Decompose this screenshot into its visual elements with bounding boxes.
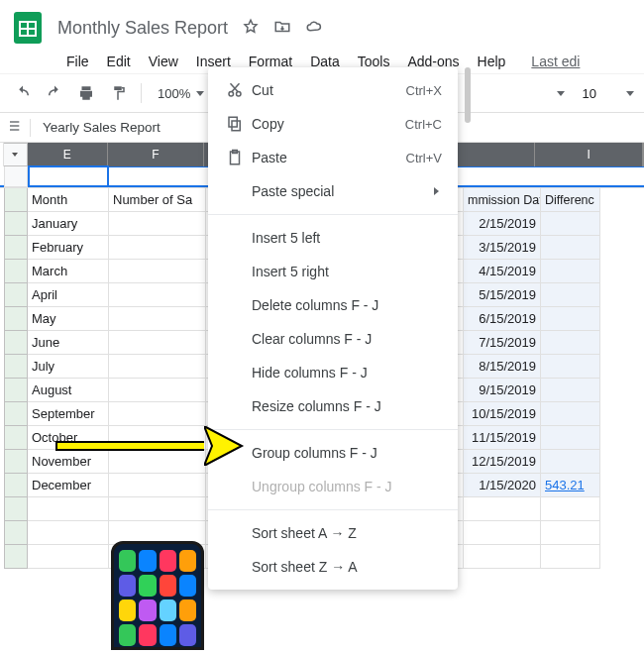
- menu-cut[interactable]: CutCtrl+X: [208, 73, 458, 107]
- cell-month[interactable]: July: [28, 355, 109, 379]
- cell-link[interactable]: [541, 260, 600, 283]
- row-header[interactable]: [4, 236, 28, 260]
- menu-delete-columns[interactable]: Delete columns F - J: [208, 288, 458, 322]
- cell-month[interactable]: March: [28, 260, 109, 283]
- active-cell[interactable]: [28, 165, 109, 187]
- font-size-select[interactable]: 10: [573, 86, 618, 101]
- cell-date[interactable]: 2/15/2019: [464, 212, 541, 236]
- menu-hide-columns[interactable]: Hide columns F - J: [208, 356, 458, 389]
- row-header[interactable]: [4, 474, 28, 497]
- cut-icon: [226, 81, 252, 99]
- menu-paste[interactable]: PasteCtrl+V: [208, 141, 458, 174]
- cell-link[interactable]: [541, 236, 600, 260]
- cell-month[interactable]: June: [28, 331, 109, 355]
- row-header[interactable]: [4, 355, 28, 379]
- cell-link[interactable]: [541, 355, 600, 379]
- cell-date[interactable]: 1/15/2020: [464, 474, 541, 497]
- menu-resize-columns[interactable]: Resize columns F - J: [208, 389, 458, 423]
- row-header[interactable]: [4, 402, 28, 426]
- cell-date[interactable]: 4/15/2019: [464, 260, 541, 283]
- cell-date[interactable]: 5/15/2019: [464, 283, 541, 307]
- menu-view[interactable]: View: [140, 50, 187, 73]
- cell[interactable]: [109, 260, 206, 283]
- zoom-select[interactable]: 100%: [152, 86, 214, 101]
- expand-column-button[interactable]: [4, 143, 28, 166]
- paint-format-button[interactable]: [105, 80, 131, 106]
- cell-link[interactable]: [541, 379, 600, 402]
- row-header[interactable]: [4, 426, 28, 450]
- menu-sort-az[interactable]: Sort sheet A → Z: [208, 516, 458, 550]
- cell[interactable]: [109, 331, 206, 355]
- cell[interactable]: [109, 307, 206, 331]
- menu-sort-za[interactable]: Sort sheet Z → A: [208, 550, 458, 584]
- cell-date[interactable]: 6/15/2019: [464, 307, 541, 331]
- cell-month[interactable]: December: [28, 474, 109, 497]
- cell-header-comm[interactable]: mmission Date: [464, 188, 541, 212]
- cell-date[interactable]: 10/15/2019: [464, 402, 541, 426]
- undo-button[interactable]: [10, 80, 36, 106]
- menu-edit[interactable]: Edit: [98, 50, 140, 73]
- star-icon[interactable]: [242, 18, 260, 39]
- cell-date[interactable]: 7/15/2019: [464, 331, 541, 355]
- cell-month[interactable]: April: [28, 283, 109, 307]
- cell-month[interactable]: September: [28, 402, 109, 426]
- cell-month[interactable]: February: [28, 236, 109, 260]
- row-header[interactable]: [4, 283, 28, 307]
- menu-insert-right[interactable]: Insert 5 right: [208, 255, 458, 288]
- row-header[interactable]: [4, 260, 28, 283]
- row-header[interactable]: [4, 212, 28, 236]
- sheet-tab[interactable]: Yearly Sales Report: [31, 115, 172, 140]
- sheets-logo[interactable]: [8, 8, 48, 48]
- column-header-e[interactable]: E: [28, 143, 108, 166]
- cell-link[interactable]: [541, 283, 600, 307]
- cell-month[interactable]: August: [28, 379, 109, 402]
- cell-date[interactable]: 11/15/2019: [464, 426, 541, 450]
- document-title[interactable]: Monthly Sales Report: [52, 16, 234, 41]
- cell-header-sales[interactable]: Number of Sa: [109, 188, 206, 212]
- row-header[interactable]: [4, 331, 28, 355]
- cell-link[interactable]: [541, 212, 600, 236]
- cell-link[interactable]: [541, 331, 600, 355]
- cell[interactable]: [109, 474, 206, 497]
- chevron-down-icon[interactable]: [626, 91, 634, 96]
- cell-link[interactable]: [541, 426, 600, 450]
- cell[interactable]: [109, 402, 206, 426]
- cell-date[interactable]: 8/15/2019: [464, 355, 541, 379]
- menu-help[interactable]: Help: [469, 50, 515, 73]
- cell[interactable]: [109, 355, 206, 379]
- cell-date[interactable]: 12/15/2019: [464, 450, 541, 474]
- cell-link[interactable]: [541, 307, 600, 331]
- menu-insert-left[interactable]: Insert 5 left: [208, 221, 458, 255]
- menu-file[interactable]: File: [57, 50, 98, 73]
- menu-clear-columns[interactable]: Clear columns F - J: [208, 322, 458, 356]
- cell-link[interactable]: [541, 402, 600, 426]
- row-header[interactable]: [4, 307, 28, 331]
- cell-link[interactable]: [541, 450, 600, 474]
- menu-copy[interactable]: CopyCtrl+C: [208, 107, 458, 141]
- menu-scrollbar[interactable]: [465, 67, 471, 123]
- cloud-icon[interactable]: [305, 18, 323, 39]
- cell[interactable]: [109, 212, 206, 236]
- last-edit-link[interactable]: Last edi: [522, 50, 589, 73]
- cell[interactable]: [109, 236, 206, 260]
- cell-date[interactable]: 3/15/2019: [464, 236, 541, 260]
- row-header[interactable]: [4, 450, 28, 474]
- chevron-down-icon[interactable]: [557, 91, 565, 96]
- cell-month[interactable]: May: [28, 307, 109, 331]
- cell-link[interactable]: 543.21: [541, 474, 600, 497]
- column-header-f[interactable]: F: [108, 143, 204, 166]
- row-header[interactable]: [4, 379, 28, 402]
- print-button[interactable]: [73, 80, 99, 106]
- redo-button[interactable]: [42, 80, 67, 106]
- cell-date[interactable]: 9/15/2019: [464, 379, 541, 402]
- column-header-i[interactable]: I: [535, 143, 643, 166]
- cell-header-month[interactable]: Month: [28, 188, 109, 212]
- move-icon[interactable]: [273, 18, 291, 39]
- cell[interactable]: [109, 379, 206, 402]
- cell-header-diff[interactable]: Differenc: [541, 188, 600, 212]
- svg-rect-6: [10, 129, 19, 130]
- cell[interactable]: [109, 283, 206, 307]
- menu-paste-special[interactable]: Paste special: [208, 174, 458, 208]
- cell-month[interactable]: January: [28, 212, 109, 236]
- all-sheets-button[interactable]: [2, 118, 30, 137]
